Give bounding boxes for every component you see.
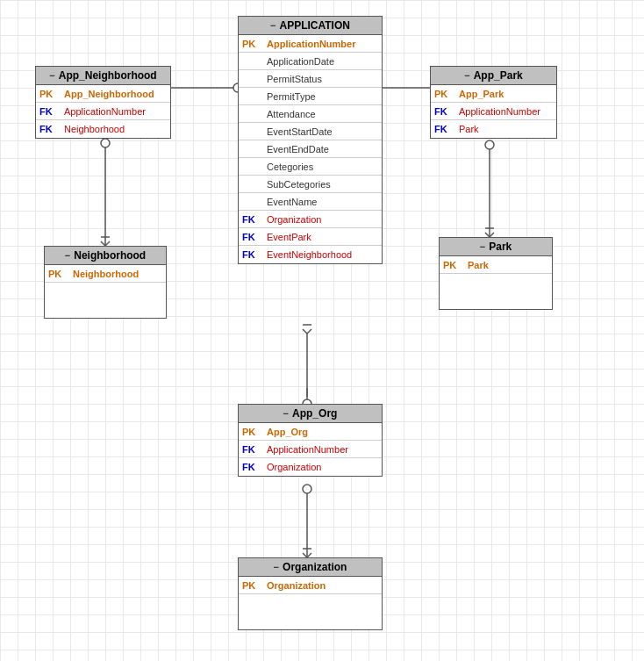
diagram-canvas: − APPLICATION PK ApplicationNumber Appli… — [0, 0, 644, 661]
table-row — [45, 300, 166, 318]
table-row: EventName — [239, 193, 382, 211]
svg-point-7 — [101, 139, 110, 147]
collapse-APPLICATION[interactable]: − — [270, 20, 275, 31]
table-header-Neighborhood: − Neighborhood — [45, 247, 166, 265]
table-App_Org: − App_Org PK App_Org FK ApplicationNumbe… — [238, 404, 383, 477]
table-row: EventStartDate — [239, 123, 382, 140]
table-row: Cetegories — [239, 158, 382, 176]
table-row: PK Neighborhood — [45, 265, 166, 283]
table-row — [239, 612, 382, 629]
table-row — [440, 291, 552, 309]
table-row: FK Park — [431, 120, 556, 138]
table-row — [239, 594, 382, 612]
table-row: PermitStatus — [239, 70, 382, 88]
table-row: PK Park — [440, 256, 552, 274]
table-header-App_Org: − App_Org — [239, 405, 382, 423]
table-header-App_Neighborhood: − App_Neighborhood — [36, 67, 170, 85]
table-row: FK Organization — [239, 211, 382, 228]
table-header-APPLICATION: − APPLICATION — [239, 17, 382, 35]
table-Organization: − Organization PK Organization — [238, 557, 383, 630]
table-row: PK ApplicationNumber — [239, 35, 382, 53]
table-header-Organization: − Organization — [239, 558, 382, 577]
table-row — [440, 274, 552, 291]
table-row: PermitType — [239, 88, 382, 105]
table-row: FK ApplicationNumber — [36, 103, 170, 120]
table-row: SubCetegories — [239, 176, 382, 193]
table-row: FK ApplicationNumber — [239, 441, 382, 458]
table-row: FK Neighborhood — [36, 120, 170, 138]
table-row: PK App_Park — [431, 85, 556, 103]
table-row: ApplicationDate — [239, 53, 382, 70]
svg-line-23 — [303, 329, 307, 334]
table-row: FK EventNeighborhood — [239, 246, 382, 263]
table-header-App_Park: − App_Park — [431, 67, 556, 85]
table-App_Neighborhood: − App_Neighborhood PK App_Neighborhood F… — [35, 66, 171, 139]
svg-line-24 — [307, 329, 311, 334]
table-row: PK App_Neighborhood — [36, 85, 170, 103]
table-App_Park: − App_Park PK App_Park FK ApplicationNum… — [430, 66, 557, 139]
table-Neighborhood: − Neighborhood PK Neighborhood — [44, 246, 167, 319]
svg-point-29 — [303, 485, 311, 493]
table-row — [45, 283, 166, 300]
table-row: FK Organization — [239, 458, 382, 476]
svg-point-18 — [485, 140, 494, 149]
table-row: FK ApplicationNumber — [431, 103, 556, 120]
table-header-Park: − Park — [440, 238, 552, 256]
table-row: PK App_Org — [239, 423, 382, 441]
table-APPLICATION: − APPLICATION PK ApplicationNumber Appli… — [238, 16, 383, 264]
table-row: EventEndDate — [239, 140, 382, 158]
table-Park: − Park PK Park — [439, 237, 553, 310]
table-row: PK Organization — [239, 577, 382, 594]
table-row: Attendance — [239, 105, 382, 123]
table-row: FK EventPark — [239, 228, 382, 246]
